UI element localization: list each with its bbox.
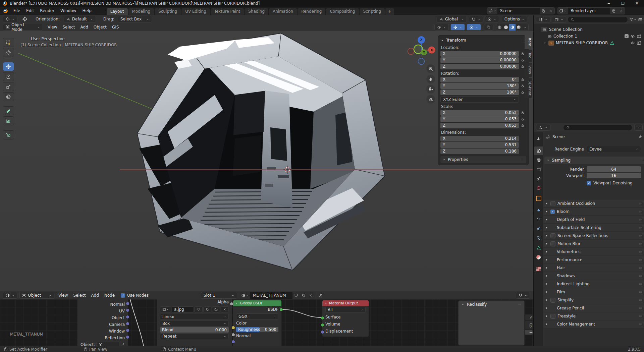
location-field[interactable]: Y0.00000 [440,57,519,63]
maximize-button[interactable]: ❐ [616,0,630,7]
rotation-mode-dropdown[interactable]: XYZ Euler [440,96,519,103]
collapsed-panel[interactable]: Subsurface Scattering [543,224,644,231]
collapsed-panel[interactable]: Color Management [543,320,644,328]
viewport-menu-item[interactable]: Select [60,23,77,31]
tab-material[interactable] [534,253,543,261]
projection-dropdown[interactable]: Box [160,320,229,327]
show-object-types-dropdown[interactable] [434,24,449,31]
tab-world[interactable] [534,184,543,192]
zoom-button[interactable] [426,64,435,73]
menu-item[interactable]: Help [79,7,94,15]
close-button[interactable]: ✕ [630,0,644,7]
collapsed-panel[interactable]: Volumetrics [543,248,644,255]
scale-field[interactable]: Y0.053 [440,116,519,122]
lock-icon[interactable] [519,117,526,121]
tool-annotate[interactable] [3,106,14,115]
scene-name[interactable]: Scene [497,8,540,14]
material-output-node[interactable]: Material Output All SurfaceVolumeDisplac… [322,300,369,337]
tool-cursor[interactable] [3,48,14,57]
tab-render[interactable] [534,146,543,155]
orientation-dropdown[interactable]: Default [64,16,96,22]
workspace-tab[interactable]: UV Editing [181,8,210,15]
proportional-editing-toggle[interactable] [485,16,499,22]
hide-eye-icon[interactable] [630,41,635,45]
snapping-node-icon[interactable] [516,292,530,299]
drag-dropdown[interactable]: Select Box [118,16,152,22]
transform-space-dropdown[interactable]: Global [437,16,467,22]
menu-item[interactable]: Render [37,7,57,15]
disable-render-icon[interactable] [637,34,641,39]
socket-reflection-out[interactable] [126,335,129,339]
shading-rendered-button[interactable] [516,24,522,31]
image-unlink-icon[interactable] [221,306,229,312]
socket-displacement-in[interactable] [321,330,324,334]
distribution-dropdown[interactable]: GGX [236,313,278,319]
disable-render-icon[interactable] [637,41,641,45]
outliner-row-collection-1[interactable]: Collection 1 [535,33,643,40]
collapsed-panel[interactable]: Freestyle [543,312,644,320]
image-open-icon[interactable] [212,306,220,312]
collapsed-panel[interactable]: Screen Space Reflections [543,232,644,239]
snap-toggle[interactable] [469,16,483,22]
lock-icon[interactable] [519,111,526,115]
shading-wireframe-button[interactable] [496,24,503,31]
scene-icon[interactable] [487,8,497,14]
sidebar-tab[interactable]: Item [525,35,532,49]
viewport-menu-item[interactable]: View [45,23,60,31]
renderlayer-unlink-icon[interactable] [618,8,625,14]
tab-modifiers[interactable] [534,206,543,215]
material-slot-dropdown[interactable]: Slot 1 [201,292,237,299]
image-fake-user-icon[interactable] [195,306,203,312]
renderlayer-icon[interactable] [558,8,568,14]
workspace-tab[interactable]: Scripting [360,8,385,15]
tool-transform[interactable] [3,92,14,101]
socket-volume-in[interactable] [321,323,324,327]
properties-search[interactable] [563,124,632,131]
viewport-menu-item[interactable]: GIS [109,23,121,31]
renderlayer-copy-icon[interactable] [610,8,618,14]
dimensions-field[interactable]: X0.214 [440,136,519,141]
viewport-denoising-row[interactable]: Viewport Denoising [587,181,633,185]
show-overlays-toggle[interactable] [467,24,481,31]
shader-type-dropdown[interactable]: Object [19,292,54,299]
editor-type-button[interactable] [3,292,17,299]
viewport-menu-item[interactable]: Object [91,23,109,31]
collapsed-panel[interactable]: Film [543,288,644,296]
workspace-tab[interactable]: + [385,8,394,15]
outliner-filter-icon[interactable] [629,17,637,22]
display-mode-dropdown[interactable] [536,16,550,23]
viewport-menu-item[interactable]: Add [78,23,91,31]
workspace-tab[interactable]: Layout [107,8,128,15]
shader-sidebar-tab[interactable]: I [525,330,533,335]
tab-particles[interactable] [534,215,543,224]
socket-normal-out[interactable] [126,302,129,305]
texture-coordinate-node[interactable]: NormalUVObjectCameraWindowReflection Obj… [77,299,128,346]
shader-menu-item[interactable]: Select [70,291,88,299]
properties-options-dropdown[interactable] [634,124,643,131]
material-name[interactable]: METAL_TITANUM [250,292,292,299]
scene-copy-icon[interactable] [540,8,547,14]
socket-window-out[interactable] [126,329,129,332]
material-datablock[interactable]: METAL_TITANUM [240,292,315,299]
outliner-row-scene-collection[interactable]: Scene Collection [535,26,643,33]
texcoord-object-row[interactable]: Object: [77,341,128,346]
workspace-tab[interactable]: Modeling [128,8,154,15]
workspace-tab[interactable]: Texture Paint [211,8,244,15]
tab-object-data[interactable] [534,243,543,252]
dimensions-field[interactable]: Y0.531 [440,142,519,148]
tab-object[interactable] [534,194,543,203]
reclassify-header[interactable]: Reclassify [459,301,524,308]
xray-toggle[interactable] [484,24,493,31]
workspace-tab[interactable]: Sculpting [155,8,181,15]
shader-menu-item[interactable]: Add [89,291,102,299]
socket-color-in[interactable] [231,326,235,330]
material-icon[interactable] [240,292,250,299]
renderlayer-name[interactable]: RenderLayer [568,8,610,14]
tab-output[interactable] [534,156,543,165]
rotation-field[interactable]: X0° [440,77,519,82]
tab-view-layer[interactable] [534,165,543,174]
scene-unlink-icon[interactable] [547,8,554,14]
lock-icon[interactable] [519,123,526,127]
menu-item[interactable]: Window [57,7,79,15]
render-samples-field[interactable]: 64 [587,166,641,172]
